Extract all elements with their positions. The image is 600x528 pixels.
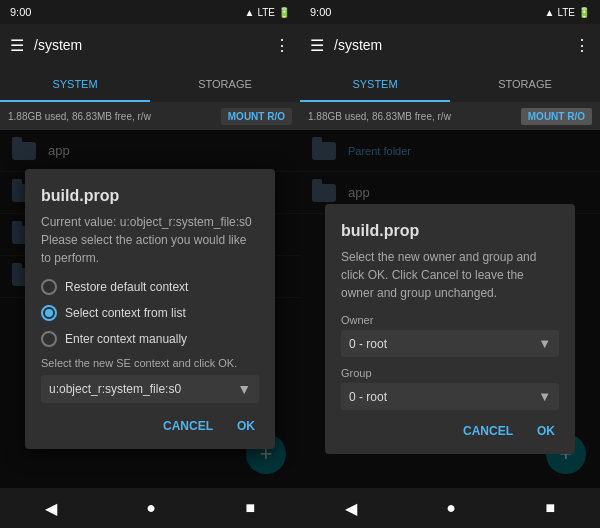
file-list-right: Parent folder app + build.prop Select th… — [300, 130, 600, 488]
owner-arrow-icon: ▼ — [538, 336, 551, 351]
path-left: /system — [34, 37, 264, 53]
status-time-right: 9:00 — [310, 6, 331, 18]
tab-storage-left[interactable]: STORAGE — [150, 66, 300, 102]
back-button-left[interactable]: ◀ — [37, 491, 65, 526]
radio-label-select: Select context from list — [65, 306, 186, 320]
dialog-right: build.prop Select the new owner and grou… — [325, 204, 575, 454]
status-icons-right: ▲ LTE 🔋 — [544, 7, 590, 18]
tab-storage-right[interactable]: STORAGE — [450, 66, 600, 102]
dialog-overlay-right: build.prop Select the new owner and grou… — [300, 130, 600, 488]
lte-label-right: LTE — [557, 7, 575, 18]
file-list-left: app fonts 01 Jan 09 08:00:00 rwxr-xr-x f… — [0, 130, 300, 488]
status-bar-left: 9:00 ▲ LTE 🔋 — [0, 0, 300, 24]
mount-button-left[interactable]: MOUNT R/O — [221, 108, 292, 125]
dialog-body-right: Select the new owner and group and click… — [341, 248, 559, 302]
path-right: /system — [334, 37, 564, 53]
group-value: 0 - root — [349, 390, 538, 404]
status-time-left: 9:00 — [10, 6, 31, 18]
home-button-left[interactable]: ● — [138, 491, 164, 525]
home-button-right[interactable]: ● — [438, 491, 464, 525]
radio-label-restore: Restore default context — [65, 280, 188, 294]
group-row: Group 0 - root ▼ — [341, 367, 559, 410]
more-icon-left[interactable]: ⋮ — [274, 36, 290, 55]
storage-bar-right: 1.88GB used, 86.83MB free, r/w MOUNT R/O — [300, 102, 600, 130]
back-button-right[interactable]: ◀ — [337, 491, 365, 526]
radio-circle-enter — [41, 331, 57, 347]
battery-icon-right: 🔋 — [578, 7, 590, 18]
status-icons-left: ▲ LTE 🔋 — [244, 7, 290, 18]
dialog-actions-right: CANCEL OK — [341, 420, 559, 442]
group-arrow-icon: ▼ — [538, 389, 551, 404]
owner-select[interactable]: 0 - root ▼ — [341, 330, 559, 357]
ok-button-right[interactable]: OK — [533, 420, 559, 442]
top-bar-left: ☰ /system ⋮ — [0, 24, 300, 66]
cancel-button-right[interactable]: CANCEL — [459, 420, 517, 442]
radio-circle-select — [41, 305, 57, 321]
mount-button-right[interactable]: MOUNT R/O — [521, 108, 592, 125]
radio-restore[interactable]: Restore default context — [41, 279, 259, 295]
screen-right: 9:00 ▲ LTE 🔋 ☰ /system ⋮ SYSTEM STORAGE … — [300, 0, 600, 528]
battery-icon-left: 🔋 — [278, 7, 290, 18]
screen-left: 9:00 ▲ LTE 🔋 ☰ /system ⋮ SYSTEM STORAGE … — [0, 0, 300, 528]
context-select-value: u:object_r:system_file:s0 — [49, 382, 237, 396]
menu-icon-right[interactable]: ☰ — [310, 36, 324, 55]
menu-icon-left[interactable]: ☰ — [10, 36, 24, 55]
dialog-overlay-left: build.prop Current value: u:object_r:sys… — [0, 130, 300, 488]
storage-bar-left: 1.88GB used, 86.83MB free, r/w MOUNT R/O — [0, 102, 300, 130]
more-icon-right[interactable]: ⋮ — [574, 36, 590, 55]
owner-row: Owner 0 - root ▼ — [341, 314, 559, 357]
tabs-left: SYSTEM STORAGE — [0, 66, 300, 102]
signal-icon-left: ▲ — [244, 7, 254, 18]
radio-circle-restore — [41, 279, 57, 295]
owner-label: Owner — [341, 314, 559, 326]
storage-text-right: 1.88GB used, 86.83MB free, r/w — [308, 111, 515, 122]
group-select[interactable]: 0 - root ▼ — [341, 383, 559, 410]
storage-text-left: 1.88GB used, 86.83MB free, r/w — [8, 111, 215, 122]
signal-icon-right: ▲ — [544, 7, 554, 18]
ok-button-left[interactable]: OK — [233, 415, 259, 437]
owner-value: 0 - root — [349, 337, 538, 351]
radio-enter[interactable]: Enter context manually — [41, 331, 259, 347]
tab-system-right[interactable]: SYSTEM — [300, 66, 450, 102]
select-arrow-icon: ▼ — [237, 381, 251, 397]
tab-system-left[interactable]: SYSTEM — [0, 66, 150, 102]
top-bar-right: ☰ /system ⋮ — [300, 24, 600, 66]
tabs-right: SYSTEM STORAGE — [300, 66, 600, 102]
dialog-title-right: build.prop — [341, 222, 559, 240]
lte-label-left: LTE — [257, 7, 275, 18]
status-bar-right: 9:00 ▲ LTE 🔋 — [300, 0, 600, 24]
recents-button-left[interactable]: ■ — [238, 491, 264, 525]
dialog-body-left: Current value: u:object_r:system_file:s0… — [41, 213, 259, 267]
dialog-actions-left: CANCEL OK — [41, 415, 259, 437]
dialog-title-left: build.prop — [41, 187, 259, 205]
radio-inner-select — [45, 309, 53, 317]
context-select[interactable]: u:object_r:system_file:s0 ▼ — [41, 375, 259, 403]
cancel-button-left[interactable]: CANCEL — [159, 415, 217, 437]
recents-button-right[interactable]: ■ — [538, 491, 564, 525]
group-label: Group — [341, 367, 559, 379]
nav-bar-left: ◀ ● ■ — [0, 488, 300, 528]
dialog-section-label: Select the new SE context and click OK. — [41, 357, 259, 369]
radio-label-enter: Enter context manually — [65, 332, 187, 346]
dialog-left: build.prop Current value: u:object_r:sys… — [25, 169, 275, 449]
radio-select[interactable]: Select context from list — [41, 305, 259, 321]
nav-bar-right: ◀ ● ■ — [300, 488, 600, 528]
